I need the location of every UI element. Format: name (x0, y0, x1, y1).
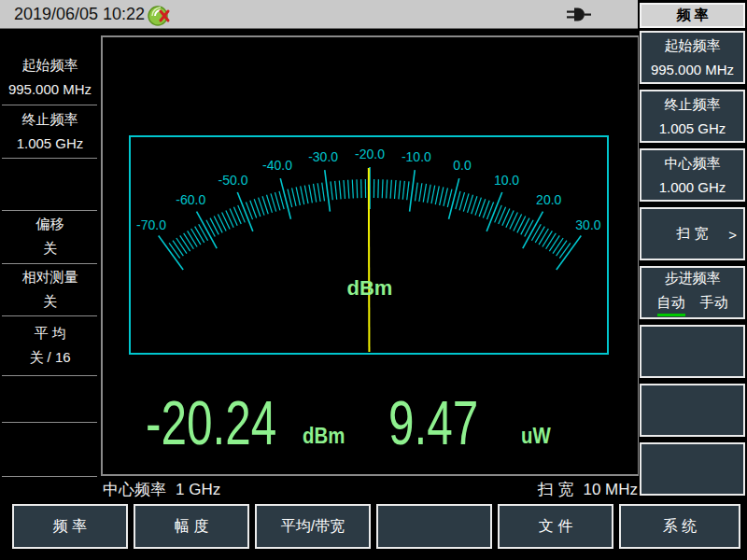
param-average-line-1: 平 均 (34, 325, 65, 343)
span-label: 扫 宽 (538, 481, 574, 498)
softkey-stop-frequency[interactable]: 终止频率1.005 GHz (640, 90, 745, 143)
span-value: 10 MHz (583, 481, 638, 498)
gauge-minor-tick (352, 179, 353, 198)
gauge-major-tick (325, 170, 331, 212)
gauge-minor-tick (423, 184, 426, 203)
span-readout: 扫 宽10 MHz (538, 479, 638, 499)
softkey-blank-3[interactable] (640, 442, 745, 496)
softkey-step-frequency-option-1[interactable]: 自动 (657, 294, 685, 316)
param-start-frequency-line-1: 起始频率 (22, 57, 78, 75)
softkey-start-frequency[interactable]: 起始频率995.000 MHz (640, 31, 745, 84)
softkey-step-frequency[interactable]: 步进频率自动手动 (640, 266, 745, 319)
menu-frequency[interactable]: 频 率 (12, 504, 128, 549)
power-reading-dbm-value: -20.24 (146, 392, 276, 454)
panel-divider (2, 158, 97, 159)
gauge-minor-tick (317, 183, 320, 202)
panel-divider (2, 375, 97, 376)
gauge-minor-tick (173, 241, 183, 256)
menu-system[interactable]: 系 统 (619, 504, 740, 549)
gauge-minor-tick (214, 216, 222, 232)
gauge-minor-tick (546, 233, 557, 249)
gauge-minor-tick (387, 179, 388, 198)
softkey-center-frequency-label-2: 1.000 GHz (659, 179, 726, 195)
softkey-stop-frequency-label-2: 1.005 GHz (659, 120, 726, 136)
gauge-minor-tick (218, 214, 226, 231)
param-average: 平 均关 / 16 (0, 315, 100, 375)
gauge-major-tick (557, 236, 581, 270)
gauge-scale-label: 30.0 (575, 217, 600, 232)
param-relative-measure-line-2: 关 (43, 293, 57, 311)
gauge-minor-tick (322, 183, 325, 202)
softkey-span[interactable]: 扫 宽> (640, 207, 745, 260)
gauge-minor-tick (176, 238, 187, 254)
gauge-major-tick (237, 192, 253, 231)
gauge-scale-label: -10.0 (402, 149, 431, 164)
gauge-minor-tick (428, 185, 431, 203)
gauge-scale-label: 10.0 (494, 173, 519, 188)
param-blank-1 (0, 158, 100, 210)
gauge-minor-tick (210, 218, 218, 235)
softkey-column: 频 率 起始频率995.000 MHz终止频率1.005 GHz中心频率1.00… (639, 0, 747, 560)
datetime-display: 2019/06/05 10:22 (14, 5, 145, 24)
gauge-minor-tick (195, 227, 204, 243)
gauge-minor-tick (559, 243, 571, 258)
gauge-major-tick (449, 178, 459, 219)
gauge-minor-tick (549, 235, 559, 251)
softkey-center-frequency-label-1: 中心频率 (665, 155, 721, 173)
gauge-minor-tick (531, 224, 541, 240)
gauge-minor-tick (344, 180, 345, 199)
gauge-minor-tick (395, 180, 397, 199)
center-frequency-label: 中心频率 (103, 481, 166, 498)
gauge-minor-tick (517, 216, 526, 232)
softkey-blank-1[interactable] (640, 325, 745, 378)
gauge-minor-tick (440, 187, 444, 205)
gauge-minor-tick (292, 188, 296, 205)
gauge-minor-tick (309, 185, 313, 203)
softkey-menu-title: 频 率 (640, 3, 745, 28)
softkey-step-frequency-option-2[interactable]: 手动 (700, 294, 728, 316)
gauge-minor-tick (557, 241, 567, 256)
gauge-minor-tick (348, 180, 349, 199)
param-stop-frequency-line-2: 1.005 GHz (17, 135, 84, 151)
menu-file[interactable]: 文 件 (498, 504, 613, 549)
softkey-center-frequency[interactable]: 中心频率1.000 GHz (640, 148, 745, 202)
gauge-minor-tick (463, 193, 469, 211)
gauge-minor-tick (539, 229, 548, 245)
gauge-unit-label: dBm (347, 276, 393, 300)
gauge-minor-tick (296, 187, 300, 205)
gauge-minor-tick (222, 212, 231, 229)
display-area: -70.0-60.0-50.0-40.0-30.0-20.0-10.00.010… (101, 35, 640, 476)
panel-divider (2, 476, 97, 477)
gauge-minor-tick (514, 214, 522, 231)
gauge-major-tick (159, 236, 183, 270)
softkey-step-frequency-label-1: 步进频率 (665, 270, 721, 287)
gauge-needle (369, 168, 370, 352)
gauge-minor-tick (390, 180, 391, 199)
gauge-minor-tick (339, 180, 341, 199)
gauge-minor-tick (169, 243, 180, 258)
gauge-minor-tick (447, 189, 452, 207)
softkey-blank-2[interactable] (640, 384, 745, 437)
gauge-minor-tick (382, 179, 383, 198)
param-blank-2 (0, 375, 100, 422)
menu-average-bandwidth[interactable]: 平均/带宽 (255, 504, 371, 549)
parameter-panel: 起始频率995.000 MHz终止频率1.005 GHz偏移关相对测量关平 均关… (0, 29, 100, 504)
param-start-frequency: 起始频率995.000 MHz (0, 49, 100, 105)
gauge-minor-tick (335, 181, 337, 200)
softkey-start-frequency-label-1: 起始频率 (665, 37, 721, 55)
gauge-minor-tick (279, 191, 284, 209)
gauge-minor-tick (407, 181, 409, 200)
gauge-minor-tick (357, 179, 358, 198)
panel-divider (2, 105, 97, 105)
top-status-bar: 2019/06/05 10:22 (0, 0, 638, 29)
gauge-scale-label: -60.0 (176, 192, 205, 207)
gauge-major-tick (486, 192, 502, 231)
softkey-stop-frequency-label-1: 终止频率 (665, 96, 721, 114)
softkey-start-frequency-label-2: 995.000 MHz (651, 62, 734, 77)
power-reading-watts-value: 9.47 (388, 392, 478, 454)
menu-amplitude[interactable]: 幅 度 (134, 504, 249, 549)
gauge-minor-tick (226, 210, 233, 227)
center-frequency-readout: 中心频率1 GHz (103, 479, 220, 499)
menu-blank[interactable] (376, 504, 492, 549)
param-stop-frequency-line-1: 终止频率 (22, 111, 78, 129)
